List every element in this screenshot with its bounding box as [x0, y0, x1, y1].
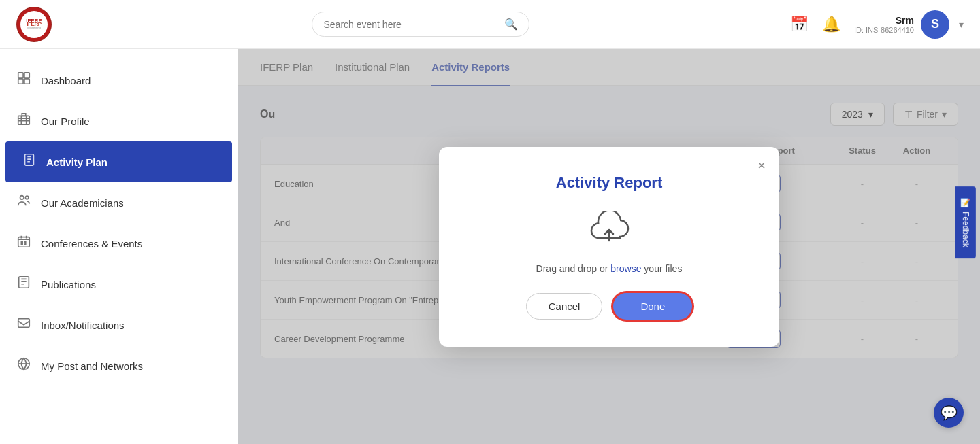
svg-rect-9	[25, 154, 34, 166]
cloud-upload-icon	[587, 211, 631, 255]
modal-title: Activity Report	[472, 174, 747, 192]
drag-drop-text: Drag and drop or browse your files	[536, 263, 683, 274]
logo-image: IFERP connecting	[16, 7, 52, 42]
sidebar-label-inbox: Inbox/Notifications	[41, 320, 125, 331]
sidebar: Dashboard Our Profile Activity Plan Our …	[0, 49, 238, 444]
done-button[interactable]: Done	[613, 293, 692, 320]
modal-actions: Cancel Done	[472, 293, 747, 320]
sidebar-item-conferences[interactable]: Conferences & Events	[0, 223, 238, 264]
search-input[interactable]	[323, 19, 504, 30]
building-icon	[16, 112, 31, 131]
svg-rect-5	[24, 73, 29, 78]
sidebar-item-inbox[interactable]: Inbox/Notifications	[0, 305, 238, 345]
svg-rect-8	[18, 116, 30, 124]
sidebar-item-academicians[interactable]: Our Academicians	[0, 182, 238, 223]
browse-link[interactable]: browse	[610, 263, 641, 274]
svg-rect-4	[18, 73, 23, 78]
chat-icon: 💬	[941, 405, 958, 421]
svg-rect-12	[18, 237, 30, 247]
header: IFERP connecting 🔍 📅 🔔 Srm ID: INS-86264…	[0, 0, 980, 49]
chat-bubble[interactable]: 💬	[934, 398, 964, 428]
svg-rect-7	[24, 79, 29, 84]
user-name: Srm	[854, 15, 914, 26]
academicians-icon	[16, 193, 31, 212]
user-info: Srm ID: INS-86264410 S ▾	[854, 10, 964, 39]
sidebar-item-our-profile[interactable]: Our Profile	[0, 101, 238, 141]
svg-text:IFERP: IFERP	[26, 18, 42, 24]
feedback-tab[interactable]: 📝 Feedback	[956, 186, 976, 258]
layout: Dashboard Our Profile Activity Plan Our …	[0, 49, 980, 444]
svg-text:connecting: connecting	[27, 26, 40, 29]
avatar[interactable]: S	[921, 10, 949, 39]
user-id: ID: INS-86264410	[854, 26, 914, 34]
svg-rect-6	[18, 79, 23, 84]
modal-overlay: × Activity Report Drag and drop or brows…	[238, 49, 980, 444]
sidebar-label-conferences: Conferences & Events	[41, 238, 142, 250]
sidebar-label-publications: Publications	[41, 279, 96, 290]
bell-icon[interactable]: 🔔	[822, 16, 840, 33]
sidebar-item-activity-plan[interactable]: Activity Plan	[5, 141, 232, 182]
sidebar-item-dashboard[interactable]: Dashboard	[0, 60, 238, 101]
svg-point-1	[20, 11, 48, 38]
activity-report-modal: × Activity Report Drag and drop or brows…	[439, 147, 779, 347]
calendar-icon[interactable]: 📅	[790, 16, 808, 33]
sidebar-label-academicians: Our Academicians	[41, 197, 124, 209]
sidebar-label-networks: My Post and Networks	[41, 360, 143, 372]
publications-icon	[16, 275, 31, 294]
svg-rect-14	[18, 319, 30, 328]
dashboard-icon	[16, 71, 31, 90]
search-icon: 🔍	[504, 18, 518, 31]
svg-point-11	[25, 196, 29, 199]
inbox-icon	[16, 315, 31, 335]
upload-area: Drag and drop or browse your files	[472, 211, 747, 274]
chevron-down-icon[interactable]: ▾	[959, 19, 964, 30]
cancel-button[interactable]: Cancel	[526, 293, 603, 320]
main-content: IFERP Plan Institutional Plan Activity R…	[238, 49, 980, 444]
activity-plan-icon	[22, 152, 37, 171]
user-name-block: Srm ID: INS-86264410	[854, 15, 914, 34]
sidebar-item-networks[interactable]: My Post and Networks	[0, 345, 238, 386]
networks-icon	[16, 356, 31, 375]
sidebar-label-profile: Our Profile	[41, 116, 90, 127]
svg-rect-13	[19, 277, 29, 288]
sidebar-item-publications[interactable]: Publications	[0, 264, 238, 305]
search-bar[interactable]: 🔍	[312, 12, 529, 37]
feedback-icon: 📝	[961, 197, 971, 207]
logo: IFERP connecting	[16, 7, 52, 42]
conferences-icon	[16, 234, 31, 253]
feedback-label: Feedback	[961, 211, 970, 247]
modal-close-button[interactable]: ×	[757, 158, 766, 173]
sidebar-label-activity-plan: Activity Plan	[46, 156, 108, 168]
svg-point-10	[20, 196, 24, 200]
sidebar-label-dashboard: Dashboard	[41, 75, 91, 86]
header-right: 📅 🔔 Srm ID: INS-86264410 S ▾	[790, 10, 964, 39]
